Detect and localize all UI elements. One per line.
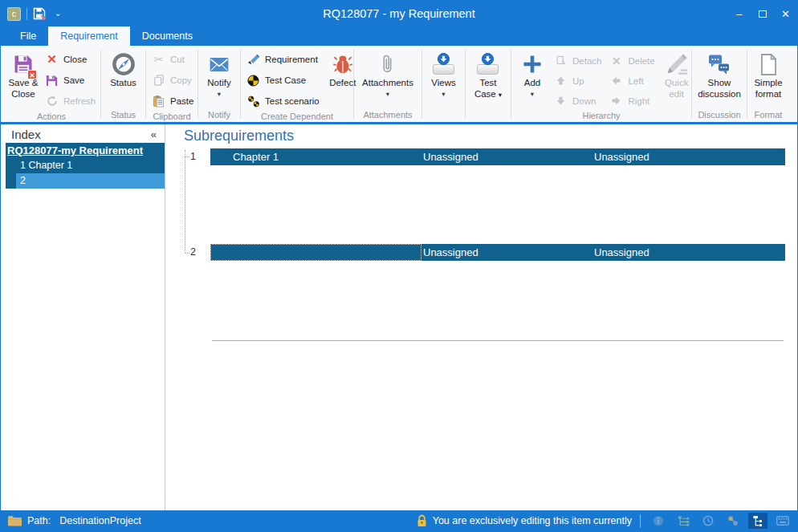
tree-item-2[interactable]: 2 (6, 173, 165, 189)
subrequirement-row-2[interactable]: 2 Unassigned Unassigned (165, 244, 797, 261)
group-label-actions: Actions (2, 112, 100, 124)
tree-root-item[interactable]: RQ128077-my Requirement (6, 143, 165, 158)
row-title-cell[interactable]: Chapter 1 (210, 148, 421, 165)
detach-button: Detach (551, 51, 605, 71)
ribbon-group-attachments: Attachments ▾ Attachments (354, 47, 421, 122)
app-icon[interactable]: c (7, 7, 21, 21)
tree-indent-gutter (6, 158, 16, 173)
hierarchy-view-icon[interactable] (748, 513, 767, 529)
close-icon: ✕ (45, 52, 59, 67)
pencil-icon (665, 52, 689, 76)
cut-icon: ✂ (152, 53, 165, 66)
folder-icon (7, 515, 22, 526)
tab-file[interactable]: File (8, 26, 48, 46)
subrequirement-row-1[interactable]: 1 Chapter 1 Unassigned Unassigned (165, 148, 797, 165)
down-button: Down (551, 91, 605, 111)
tab-requirement[interactable]: Requirement (48, 26, 130, 46)
up-button: Up (551, 71, 605, 91)
group-label-views (422, 110, 465, 122)
ribbon-tab-row: File Requirement Documents (1, 26, 797, 46)
save-button[interactable]: Save (42, 70, 99, 91)
application-window: c ⌄ RQ128077 - my Requirement – ✕ File (0, 0, 798, 532)
cut-button: ✂ Cut (149, 49, 197, 70)
down-arrow-icon (554, 95, 568, 106)
requirement-pen-icon (246, 54, 260, 65)
index-tree: RQ128077-my Requirement 1 Chapter 1 2 (6, 143, 165, 189)
create-requirement-button[interactable]: Requirement (243, 49, 323, 70)
copy-button: Copy (149, 70, 197, 91)
create-test-scenario-button[interactable]: Test scenario (243, 91, 323, 112)
status-bar: Path: DestinationProject You are exclusi… (1, 510, 797, 531)
maximize-icon (759, 10, 767, 18)
envelope-icon (209, 57, 230, 72)
row-assignee-cell[interactable]: Unassigned (592, 148, 785, 165)
ribbon-group-views: Views ▾ (422, 47, 465, 122)
row-assignee-cell[interactable]: Unassigned (592, 244, 785, 261)
close-action-button[interactable]: ✕ Close (42, 49, 99, 70)
ribbon-group-clipboard: ✂ Cut Copy (146, 47, 197, 122)
subrequirements-heading: Subrequirements (184, 128, 294, 144)
bug-icon (332, 54, 353, 75)
quick-access-toolbar: c ⌄ (1, 7, 61, 21)
keyboard-icon[interactable] (773, 513, 792, 529)
status-compass-icon (112, 52, 136, 76)
index-header: Index « (1, 124, 165, 143)
test-case-dropdown-button[interactable]: Test Case▾ (468, 49, 508, 99)
views-button[interactable]: Views ▾ (425, 49, 462, 97)
tab-documents[interactable]: Documents (130, 26, 205, 46)
create-test-case-button[interactable]: Test Case (243, 70, 323, 91)
scenario-icon[interactable] (723, 513, 743, 529)
content-area: Index « RQ128077-my Requirement 1 Chapte… (1, 124, 797, 510)
save-and-close-button[interactable]: ✕ Save & Close (5, 49, 42, 99)
info-icon[interactable] (649, 513, 668, 529)
up-arrow-icon (554, 75, 568, 86)
history-icon[interactable] (698, 513, 718, 529)
paste-button[interactable]: Paste (149, 91, 197, 112)
dropdown-caret-icon: ▾ (386, 91, 389, 98)
show-discussion-button[interactable]: Show discussion (694, 49, 744, 99)
collapse-panel-button[interactable]: « (151, 128, 157, 140)
group-label-hierarchy: Hierarchy (511, 111, 691, 123)
right-button: Right (606, 91, 658, 111)
delete-button: ✕ Delete (606, 51, 658, 71)
tree-indent-gutter (6, 173, 16, 189)
row-assignee-cell[interactable]: Unassigned (421, 148, 592, 165)
row-assignee-cell[interactable]: Unassigned (421, 244, 592, 261)
row-number: 2 (190, 244, 196, 261)
test-case-wheel-icon (246, 75, 260, 87)
group-label-clipboard: Clipboard (146, 112, 197, 124)
plus-icon (522, 54, 543, 75)
section-divider (212, 340, 784, 341)
tree-structure-icon[interactable] (674, 513, 693, 529)
path-value: DestinationProject (59, 515, 140, 526)
views-icon (432, 53, 456, 75)
simple-format-button[interactable]: Simple format (750, 49, 787, 99)
left-button: Left (606, 71, 658, 91)
quick-save-icon[interactable] (33, 7, 46, 20)
refresh-icon (45, 95, 59, 107)
status-button[interactable]: Status (105, 49, 142, 89)
ribbon-group-test-case: Test Case▾ (466, 47, 511, 122)
minimize-button[interactable]: – (727, 1, 751, 26)
tree-item-chapter1[interactable]: 1 Chapter 1 (6, 158, 165, 173)
ribbon-group-notify: Notify ▾ Notify (198, 47, 240, 122)
index-title: Index (11, 128, 41, 141)
paste-icon (152, 95, 165, 108)
attachments-button[interactable]: Attachments ▾ (359, 49, 417, 97)
add-button[interactable]: Add ▾ (514, 49, 551, 97)
delete-icon: ✕ (609, 55, 623, 67)
close-badge-icon: ✕ (27, 70, 37, 79)
close-button[interactable]: ✕ (774, 1, 797, 26)
test-case-views-icon (476, 53, 500, 75)
document-icon (759, 53, 779, 76)
copy-icon (152, 75, 165, 86)
maximize-button[interactable] (751, 1, 774, 26)
group-label-create-dependent: Create Dependent (241, 112, 353, 124)
quick-edit-button: Quick edit (658, 49, 695, 99)
status-separator (640, 514, 641, 527)
qat-dropdown-icon[interactable]: ⌄ (55, 10, 61, 18)
refresh-button: Refresh (42, 91, 99, 112)
focused-title-cell[interactable] (210, 244, 421, 261)
detach-icon (554, 55, 568, 67)
notify-button[interactable]: Notify ▾ (201, 49, 238, 97)
